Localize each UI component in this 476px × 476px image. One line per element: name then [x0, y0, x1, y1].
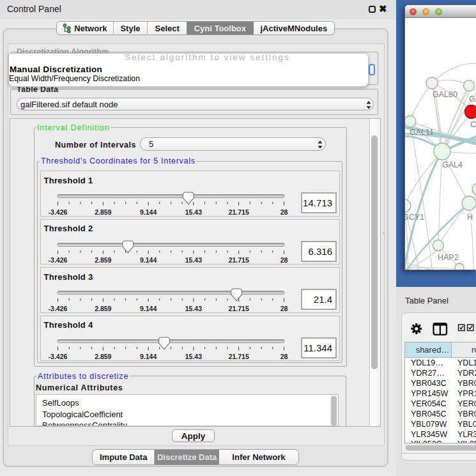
- svg-text:GAL11: GAL11: [410, 128, 434, 137]
- svg-text:C: C: [470, 119, 476, 129]
- svg-text:HAP2: HAP2: [438, 253, 459, 262]
- svg-text:H: H: [467, 213, 473, 222]
- svg-text:GAL80: GAL80: [433, 90, 457, 99]
- svg-text:GAL4: GAL4: [442, 160, 463, 169]
- svg-text:GA: GA: [469, 95, 476, 104]
- svg-text:GCY1: GCY1: [405, 213, 424, 222]
